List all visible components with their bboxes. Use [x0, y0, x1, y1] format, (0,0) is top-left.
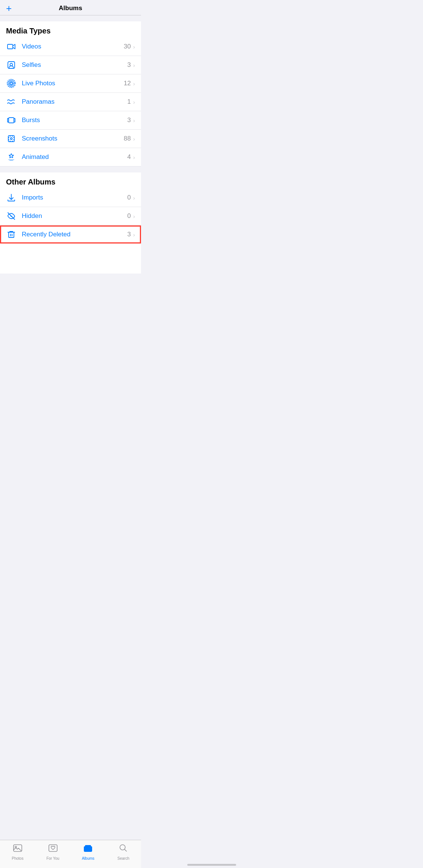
- list-item-panoramas[interactable]: Panoramas 1 ›: [0, 93, 141, 111]
- list-item-screenshots[interactable]: Screenshots 88 ›: [0, 130, 141, 148]
- videos-chevron: ›: [133, 44, 135, 50]
- list-item-animated[interactable]: Animated 4 ›: [0, 148, 141, 166]
- list-item-bursts[interactable]: Bursts 3 ›: [0, 111, 141, 130]
- panoramas-chevron: ›: [133, 99, 135, 105]
- svg-rect-12: [9, 232, 14, 237]
- live-photos-icon: [6, 79, 17, 88]
- content-area: Media Types Videos 30 › Selfies 3 ›: [0, 21, 141, 274]
- svg-rect-0: [8, 44, 13, 49]
- list-item-recently-deleted[interactable]: Recently Deleted 3 ›: [0, 225, 141, 243]
- bursts-count: 3: [127, 116, 131, 124]
- list-item-imports[interactable]: Imports 0 ›: [0, 189, 141, 207]
- bursts-chevron: ›: [133, 117, 135, 124]
- hidden-icon: [6, 212, 17, 221]
- hidden-count: 0: [127, 212, 131, 220]
- bursts-icon: [6, 116, 17, 125]
- recently-deleted-count: 3: [127, 231, 131, 238]
- panoramas-label: Panoramas: [22, 98, 127, 106]
- hidden-chevron: ›: [133, 213, 135, 219]
- animated-icon: [6, 153, 17, 162]
- recently-deleted-label: Recently Deleted: [22, 231, 127, 238]
- list-item-live-photos[interactable]: Live Photos 12 ›: [0, 74, 141, 93]
- imports-chevron: ›: [133, 195, 135, 201]
- trash-icon: [6, 230, 17, 239]
- imports-count: 0: [127, 194, 131, 201]
- animated-count: 4: [127, 153, 131, 161]
- videos-label: Videos: [22, 43, 124, 50]
- screenshots-icon: [6, 134, 17, 143]
- screenshots-label: Screenshots: [22, 135, 124, 142]
- bursts-label: Bursts: [22, 116, 127, 124]
- animated-label: Animated: [22, 153, 127, 161]
- selfies-label: Selfies: [22, 61, 127, 69]
- live-photos-label: Live Photos: [22, 80, 124, 87]
- svg-rect-8: [8, 118, 9, 122]
- selfies-count: 3: [127, 61, 131, 69]
- imports-icon: [6, 193, 17, 202]
- list-item-selfies[interactable]: Selfies 3 ›: [0, 56, 141, 74]
- selfies-chevron: ›: [133, 62, 135, 68]
- list-item-videos[interactable]: Videos 30 ›: [0, 38, 141, 56]
- screenshots-count: 88: [124, 135, 131, 142]
- selfie-icon: [6, 60, 17, 70]
- navigation-bar: + Albums: [0, 0, 141, 15]
- svg-rect-10: [8, 136, 14, 142]
- svg-rect-7: [9, 118, 14, 123]
- media-types-header: Media Types: [0, 21, 141, 38]
- page-title: Albums: [59, 5, 82, 12]
- list-item-hidden[interactable]: Hidden 0 ›: [0, 207, 141, 225]
- live-photos-chevron: ›: [133, 80, 135, 87]
- section-divider: [0, 166, 141, 172]
- animated-chevron: ›: [133, 154, 135, 160]
- other-albums-header: Other Albums: [0, 172, 141, 189]
- svg-point-3: [10, 82, 12, 85]
- svg-rect-9: [14, 118, 15, 122]
- recently-deleted-chevron: ›: [133, 231, 135, 238]
- screenshots-chevron: ›: [133, 136, 135, 142]
- add-button[interactable]: +: [6, 3, 12, 14]
- videos-count: 30: [124, 43, 131, 50]
- video-icon: [6, 42, 17, 51]
- imports-label: Imports: [22, 194, 127, 201]
- panorama-icon: [6, 97, 17, 106]
- svg-point-11: [11, 138, 12, 140]
- hidden-label: Hidden: [22, 212, 127, 220]
- panoramas-count: 1: [127, 98, 131, 106]
- live-photos-count: 12: [124, 80, 131, 87]
